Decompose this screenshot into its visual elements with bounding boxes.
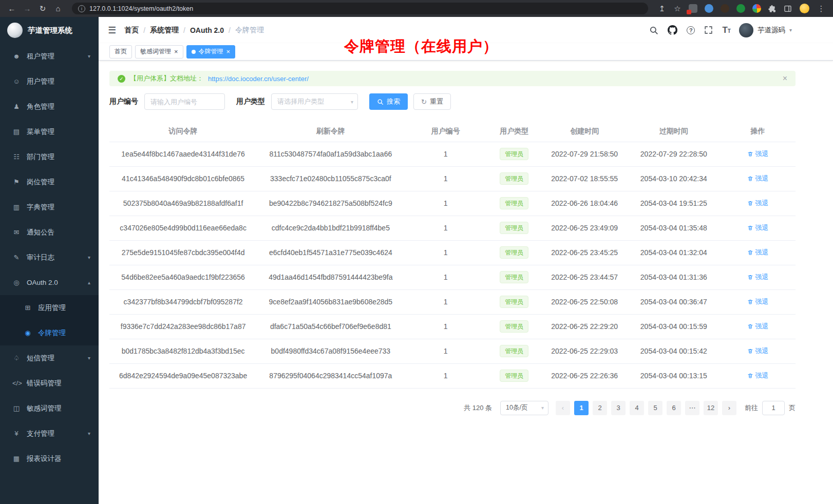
user-id-input[interactable] [144,93,225,110]
trash-icon [747,151,753,157]
sidebar-item-sms[interactable]: ♤短信管理▾ [0,345,99,371]
font-size-icon[interactable]: TT [722,26,731,34]
more-pages-button[interactable]: ⋯ [685,401,699,415]
cell-user-id: 1 [404,339,486,363]
search-button[interactable]: 搜索 [369,93,408,110]
page-buttons: 123456⋯12 [574,401,718,415]
user-menu[interactable]: 芋道源码 ▾ [739,23,792,37]
topbar-icons: ?TT [649,25,731,35]
page-size-select[interactable]: 10条/页 ▾ [500,401,548,415]
next-page-button[interactable]: › [722,401,736,415]
alert-doc-link[interactable]: https://doc.iocoder.cn/user-center/ [208,75,309,83]
breadcrumb: 首页/系统管理/OAuth 2.0/令牌管理 [124,26,264,35]
close-tab-icon[interactable]: × [174,48,178,55]
page-button[interactable]: 2 [593,401,607,415]
force-logout-button[interactable]: 强退 [747,273,769,282]
url-bar[interactable]: i 127.0.0.1:1024/system/oauth2/token [72,3,648,14]
user-type-badge: 管理员 [500,222,528,235]
extension-icon[interactable] [752,4,761,13]
goto-page-input[interactable] [762,401,785,415]
fullscreen-icon[interactable] [704,26,713,34]
sidebar-item-role[interactable]: ♟角色管理 [0,94,99,119]
cell-user-id: 1 [404,216,486,240]
force-logout-label: 强退 [755,223,769,232]
tab-item[interactable]: 令牌管理× [186,45,236,59]
page-button[interactable]: 4 [630,401,644,415]
prev-page-button[interactable]: ‹ [556,401,570,415]
close-tab-icon[interactable]: × [226,48,231,55]
sidebar-item-sensitive-word[interactable]: ◫敏感词管理 [0,396,99,421]
bookmark-star-icon[interactable]: ☆ [671,2,684,15]
force-logout-button[interactable]: 强退 [747,346,769,356]
back-icon[interactable]: ← [5,2,18,15]
force-logout-button[interactable]: 强退 [747,322,769,331]
forward-icon[interactable]: → [21,2,34,15]
sidebar-item-errcode[interactable]: </>错误码管理 [0,371,99,396]
table-header-row: 访问令牌 刷新令牌 用户编号 用户类型 创建时间 过期时间 操作 [109,121,796,142]
table-row: 54d6be82ee5a460a9aedc1f9bf22365649d1aa46… [109,265,796,289]
force-logout-button[interactable]: 强退 [747,371,769,380]
extension-icon[interactable] [689,4,697,13]
app-logo[interactable]: 芋道管理系统 [0,17,99,44]
sidebar-item-label: 令牌管理 [38,328,90,338]
force-logout-button[interactable]: 强退 [747,297,769,306]
cell-user-id: 1 [404,166,486,191]
page-button[interactable]: 1 [574,401,589,415]
sidebar-item-report-designer[interactable]: ▦报表设计器 [0,446,99,471]
extensions-puzzle-icon[interactable] [766,2,779,15]
sidebar-item-oauth2[interactable]: ◎OAuth 2.0▴ [0,270,99,295]
tab-item[interactable]: 首页 [109,45,132,59]
sidebar-item-user[interactable]: ☺用户管理 [0,69,99,94]
force-logout-button[interactable]: 强退 [747,174,769,183]
cell-created-at: 2022-06-26 18:04:46 [542,191,628,216]
side-panel-icon[interactable] [781,2,794,15]
github-icon[interactable] [668,25,677,35]
active-tab-dot-icon [192,50,196,54]
reload-icon[interactable]: ↻ [36,2,49,15]
force-logout-button[interactable]: 强退 [747,248,769,257]
extension-icon[interactable] [705,4,713,13]
breadcrumb-item[interactable]: OAuth 2.0 [190,26,224,34]
sidebar-item-audit-log[interactable]: ✎审计日志▾ [0,245,99,270]
browser-profile-avatar[interactable] [800,4,809,13]
user-type-select[interactable]: 请选择用户类型 ▾ [271,93,358,110]
extension-icon[interactable] [721,4,729,13]
sidebar-item-oauth2-token[interactable]: ◉令牌管理 [0,320,99,345]
close-alert-icon[interactable]: × [783,74,787,83]
page-button[interactable]: 6 [667,401,681,415]
force-logout-button[interactable]: 强退 [747,199,769,208]
cell-expires-at: 2054-03-04 19:51:25 [628,191,720,216]
site-info-icon[interactable]: i [78,5,85,12]
sidebar-item-dict[interactable]: ▥字典管理 [0,195,99,220]
sidebar-item-label: 租户管理 [27,52,82,61]
user-type-badge: 管理员 [500,197,528,210]
breadcrumb-item[interactable]: 首页 [124,26,139,35]
sidebar-item-pay[interactable]: ¥支付管理▾ [0,421,99,446]
sidebar-item-label: 短信管理 [27,354,82,363]
search-icon[interactable] [649,26,658,35]
tab-item[interactable]: 敏感词管理× [135,45,183,59]
force-logout-button[interactable]: 强退 [747,223,769,232]
collapse-sidebar-icon[interactable]: ☰ [108,25,116,36]
reset-button[interactable]: ↻ 重置 [413,93,451,110]
sidebar-item-tenant[interactable]: ☻租户管理▾ [0,44,99,69]
sidebar-item-menu[interactable]: ▤菜单管理 [0,119,99,144]
sidebar-item-notice[interactable]: ✉通知公告 [0,220,99,245]
sidebar-item-post[interactable]: ⚑岗位管理 [0,169,99,195]
sidebar-item-label: 菜单管理 [27,127,90,137]
share-icon[interactable]: ↥ [655,2,669,15]
browser-menu-icon[interactable]: ⋮ [815,2,828,15]
cell-created-at: 2022-06-25 22:29:03 [542,339,628,363]
force-logout-button[interactable]: 强退 [747,149,769,159]
extension-icon[interactable] [736,4,745,13]
page-button[interactable]: 3 [611,401,626,415]
tabs-bar: 首页敏感词管理×令牌管理× [99,43,833,61]
page-button[interactable]: 12 [704,401,718,415]
sidebar-item-dept[interactable]: ☷部门管理 [0,144,99,169]
sidebar-item-oauth2-app[interactable]: ⊞应用管理 [0,295,99,320]
home-icon[interactable]: ⌂ [51,2,65,15]
breadcrumb-item[interactable]: 系统管理 [150,26,179,35]
page-button[interactable]: 5 [648,401,662,415]
cell-user-type: 管理员 [487,363,542,388]
help-icon[interactable]: ? [687,26,695,34]
